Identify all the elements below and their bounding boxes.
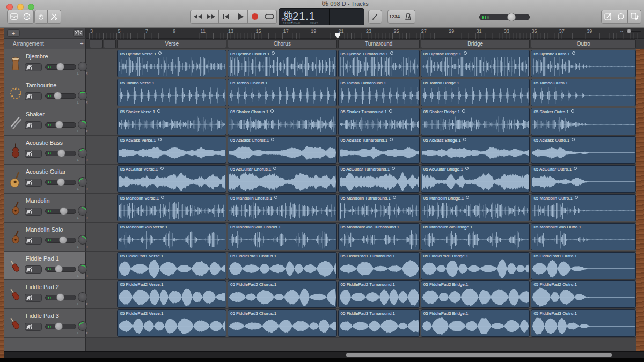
track-volume-thumb[interactable]: [55, 121, 63, 129]
master-volume-slider[interactable]: [479, 14, 530, 20]
region[interactable]: 05 FiddlePad3 Verse.1: [117, 309, 226, 337]
go-to-beginning-button[interactable]: [219, 10, 233, 24]
playhead[interactable]: [338, 38, 338, 351]
track-pan-knob[interactable]: [78, 120, 87, 129]
track-volume-slider[interactable]: [45, 122, 76, 128]
solo-button[interactable]: [25, 266, 33, 273]
fast-forward-button[interactable]: [204, 10, 219, 24]
region[interactable]: 05 AcBass Outro.1: [531, 136, 636, 164]
arrangement-empty-cell[interactable]: [90, 39, 103, 48]
region[interactable]: 05 Mandolin Verse.1: [117, 194, 226, 221]
fit-tracks-button[interactable]: [73, 29, 84, 37]
count-in-button[interactable]: 1234: [387, 10, 401, 24]
region[interactable]: 05 FiddlePad1 Turnaround.1: [338, 252, 420, 279]
track-volume-slider[interactable]: [45, 324, 76, 329]
region[interactable]: 05 AcGuitar Bridge.1: [421, 165, 530, 193]
region[interactable]: 05 FiddlePad3 Chorus.1: [228, 309, 337, 337]
track-pan-knob[interactable]: [78, 206, 87, 216]
add-track-button[interactable]: +: [7, 29, 20, 37]
lcd-display[interactable]: 21.1 BAR BEAT 98 TEMPO 4/4 Dmaj ⌄: [279, 8, 364, 25]
region[interactable]: 05 Mandolin Chorus.1: [228, 194, 337, 221]
track-volume-thumb[interactable]: [57, 178, 65, 186]
region[interactable]: 05 Shaker Chorus.1: [228, 108, 337, 135]
region[interactable]: 05 MandolinSolo Outro.1: [531, 223, 636, 250]
region[interactable]: 05 FiddlePad3 Bridge.1: [421, 309, 530, 337]
solo-button[interactable]: [25, 150, 33, 157]
region[interactable]: 05 Djembe Turnaround.1: [338, 50, 420, 77]
region[interactable]: 05 MandolinSolo Turnaround.1: [338, 223, 420, 250]
track-volume-slider[interactable]: [45, 64, 76, 70]
region[interactable]: 05 Tambo Bridge.1: [421, 79, 530, 106]
arrangement-marker-bridge[interactable]: Bridge: [421, 39, 530, 48]
track-pan-knob[interactable]: [78, 62, 87, 71]
solo-button[interactable]: [25, 208, 33, 215]
region[interactable]: 05 FiddlePad3 Turnaround.1: [338, 309, 420, 337]
track-volume-thumb[interactable]: [60, 207, 68, 215]
region[interactable]: 05 Shaker Outro.1: [531, 108, 636, 135]
solo-button[interactable]: [25, 64, 33, 71]
rewind-button[interactable]: [190, 10, 204, 24]
region[interactable]: 05 Mandolin Outro.1: [531, 194, 636, 221]
track-pan-knob[interactable]: [78, 91, 87, 100]
track-header-fiddle-pad-2[interactable]: Fiddle Pad 2LR: [4, 280, 86, 309]
arrangement-marker-outro[interactable]: Outro: [531, 39, 636, 48]
timeline-ruler[interactable]: 3579111315171921232527293133353739: [86, 28, 644, 39]
track-volume-thumb[interactable]: [56, 63, 64, 71]
track-pan-knob[interactable]: [78, 264, 87, 274]
track-volume-slider[interactable]: [45, 180, 76, 185]
region[interactable]: 05 AcGuitar Verse.1: [117, 165, 226, 193]
record-button[interactable]: [248, 10, 262, 24]
region[interactable]: 05 FiddlePad2 Bridge.1: [421, 280, 530, 308]
region[interactable]: 05 FiddlePad3 Outro.1: [531, 309, 636, 337]
track-pan-knob[interactable]: [78, 235, 87, 245]
solo-button[interactable]: [25, 294, 33, 301]
note-pad-button[interactable]: [601, 10, 614, 24]
solo-button[interactable]: [25, 237, 33, 244]
solo-button[interactable]: [25, 323, 33, 330]
region[interactable]: 05 Shaker Verse.1: [117, 108, 226, 135]
region[interactable]: 05 FiddlePad2 Chorus.1: [228, 280, 337, 308]
region[interactable]: 05 Mandolin Bridge.1: [421, 194, 530, 221]
region[interactable]: 05 Djembe Bridge.1: [421, 50, 530, 77]
editors-button[interactable]: [48, 10, 61, 24]
arrangement-marker-chorus[interactable]: Chorus: [228, 39, 337, 48]
region[interactable]: 05 Tambo Verse.1: [117, 79, 226, 106]
track-header-shaker[interactable]: ShakerLR: [4, 107, 86, 136]
arrangement-marker-turnaround[interactable]: Turnaround: [338, 39, 420, 48]
track-header-acoustic-bass[interactable]: Acoustic BassLR: [4, 136, 86, 165]
region[interactable]: 05 MandolinSolo Bridge.1: [421, 223, 530, 250]
region[interactable]: 05 FiddlePad1 Bridge.1: [421, 252, 530, 279]
region[interactable]: 05 Tambo Chorus.1: [228, 79, 337, 106]
loop-browser-button[interactable]: [614, 10, 628, 24]
track-volume-slider[interactable]: [45, 238, 76, 243]
smart-controls-button[interactable]: [34, 10, 48, 24]
region[interactable]: 05 FiddlePad1 Verse.1: [117, 252, 226, 279]
track-header-fiddle-pad-1[interactable]: Fiddle Pad 1LR: [4, 252, 86, 280]
region[interactable]: 05 AcGuitar Turnaround.1: [338, 165, 420, 193]
region[interactable]: 05 AcBass Turnaround.1: [338, 136, 420, 164]
arrangement-empty-cell[interactable]: [104, 39, 116, 48]
region[interactable]: 05 Djembe Chorus.1: [228, 50, 337, 77]
track-volume-thumb[interactable]: [57, 149, 65, 157]
library-button[interactable]: [7, 10, 20, 24]
track-volume-thumb[interactable]: [55, 322, 63, 330]
track-volume-thumb[interactable]: [55, 265, 63, 273]
region[interactable]: 05 Djembe Verse.1: [117, 50, 226, 77]
track-header-mandolin-solo[interactable]: Mandolin SoloLR: [4, 223, 86, 252]
horizontal-zoom-thumb[interactable]: [627, 29, 631, 33]
region[interactable]: 05 AcBass Chorus.1: [228, 136, 337, 164]
arrangement-marker-verse[interactable]: Verse: [117, 39, 226, 48]
arrangement-track-header[interactable]: Arrangement +: [4, 39, 86, 49]
metronome-button[interactable]: [401, 10, 415, 24]
region[interactable]: 05 Tambo Outro.1: [531, 79, 636, 106]
region[interactable]: 05 AcGuitar Chorus.1: [228, 165, 337, 193]
play-button[interactable]: [233, 10, 248, 24]
region[interactable]: 05 FiddlePad2 Outro.1: [531, 280, 636, 308]
track-volume-thumb[interactable]: [56, 293, 64, 301]
scrollbar-thumb[interactable]: [346, 353, 612, 357]
master-volume-thumb[interactable]: [507, 13, 516, 21]
track-volume-slider[interactable]: [45, 209, 76, 214]
horizontal-scrollbar[interactable]: [4, 351, 644, 358]
track-header-djembre[interactable]: DjembreLR: [4, 49, 86, 78]
track-volume-slider[interactable]: [45, 267, 76, 272]
